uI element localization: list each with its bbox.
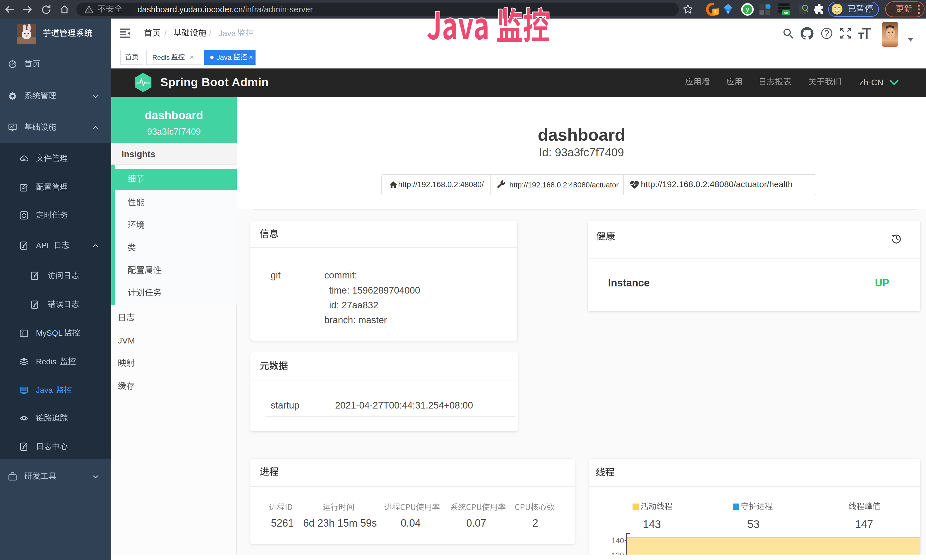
svg-text:1: 1 <box>714 9 717 15</box>
svg-text:on: on <box>784 11 788 15</box>
svg-text:y: y <box>746 6 749 12</box>
